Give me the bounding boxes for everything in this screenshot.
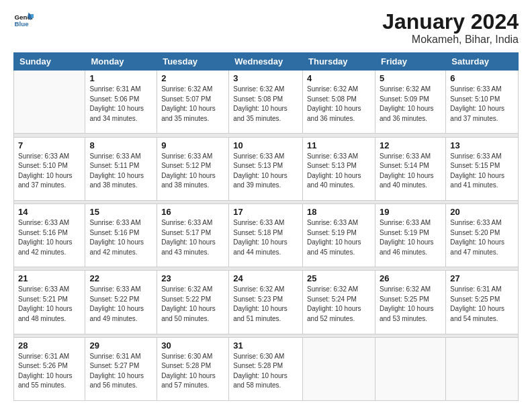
calendar-cell: 3Sunrise: 6:32 AMSunset: 5:08 PMDaylight… [229,71,303,134]
calendar-cell: 10Sunrise: 6:33 AMSunset: 5:13 PMDayligh… [229,137,303,200]
day-info: Sunrise: 6:31 AMSunset: 5:27 PMDaylight:… [89,352,152,391]
calendar-cell: 16Sunrise: 6:33 AMSunset: 5:17 PMDayligh… [157,204,229,267]
calendar-cell: 22Sunrise: 6:33 AMSunset: 5:22 PMDayligh… [85,271,157,334]
week-row: 21Sunrise: 6:33 AMSunset: 5:21 PMDayligh… [14,271,519,334]
day-number: 20 [450,207,514,217]
day-info: Sunrise: 6:33 AMSunset: 5:20 PMDaylight:… [450,218,514,257]
day-info: Sunrise: 6:32 AMSunset: 5:22 PMDaylight:… [161,285,224,324]
day-info: Sunrise: 6:33 AMSunset: 5:22 PMDaylight:… [89,285,152,324]
week-row: 1Sunrise: 6:31 AMSunset: 5:06 PMDaylight… [14,71,519,134]
day-info: Sunrise: 6:33 AMSunset: 5:10 PMDaylight:… [450,85,514,124]
day-number: 7 [18,140,81,150]
day-number: 11 [307,140,371,150]
day-info: Sunrise: 6:33 AMSunset: 5:16 PMDaylight:… [18,218,81,257]
calendar-cell: 18Sunrise: 6:33 AMSunset: 5:19 PMDayligh… [303,204,375,267]
calendar-cell: 26Sunrise: 6:32 AMSunset: 5:25 PMDayligh… [375,271,445,334]
calendar-cell: 27Sunrise: 6:31 AMSunset: 5:25 PMDayligh… [446,271,519,334]
title-area: January 2024 Mokameh, Bihar, India [382,10,519,46]
page: General Blue January 2024 Mokameh, Bihar… [0,0,532,411]
day-number: 9 [161,140,224,150]
calendar-cell: 24Sunrise: 6:32 AMSunset: 5:23 PMDayligh… [229,271,303,334]
day-number: 24 [233,273,298,283]
day-number: 23 [161,273,224,283]
svg-text:Blue: Blue [15,20,30,28]
day-number: 19 [380,207,441,217]
calendar-cell [375,337,445,400]
calendar-cell [303,337,375,400]
calendar-cell: 14Sunrise: 6:33 AMSunset: 5:16 PMDayligh… [14,204,85,267]
calendar-cell: 30Sunrise: 6:30 AMSunset: 5:28 PMDayligh… [157,337,229,400]
calendar-cell: 15Sunrise: 6:33 AMSunset: 5:16 PMDayligh… [85,204,157,267]
day-number: 25 [307,273,371,283]
calendar-cell [14,71,85,134]
day-info: Sunrise: 6:32 AMSunset: 5:07 PMDaylight:… [161,85,224,124]
day-number: 17 [233,207,298,217]
calendar-cell: 20Sunrise: 6:33 AMSunset: 5:20 PMDayligh… [446,204,519,267]
calendar-cell: 9Sunrise: 6:33 AMSunset: 5:12 PMDaylight… [157,137,229,200]
calendar-cell: 7Sunrise: 6:33 AMSunset: 5:10 PMDaylight… [14,137,85,200]
day-number: 29 [89,340,152,351]
calendar-cell: 1Sunrise: 6:31 AMSunset: 5:06 PMDaylight… [85,71,157,134]
day-info: Sunrise: 6:30 AMSunset: 5:28 PMDaylight:… [233,352,298,391]
day-info: Sunrise: 6:33 AMSunset: 5:11 PMDaylight:… [89,152,152,191]
day-number: 26 [380,273,441,283]
weekday-header: Saturday [446,53,519,71]
day-info: Sunrise: 6:32 AMSunset: 5:08 PMDaylight:… [233,85,298,124]
day-info: Sunrise: 6:32 AMSunset: 5:08 PMDaylight:… [307,85,371,124]
day-number: 2 [161,73,224,83]
day-info: Sunrise: 6:31 AMSunset: 5:06 PMDaylight:… [89,85,152,124]
day-number: 28 [18,340,81,351]
day-info: Sunrise: 6:32 AMSunset: 5:09 PMDaylight:… [380,85,441,124]
day-number: 5 [380,73,441,83]
day-info: Sunrise: 6:30 AMSunset: 5:28 PMDaylight:… [161,352,224,391]
week-row: 7Sunrise: 6:33 AMSunset: 5:10 PMDaylight… [14,137,519,200]
calendar-cell [446,337,519,400]
day-number: 6 [450,73,514,83]
weekday-header: Friday [375,53,445,71]
day-number: 18 [307,207,371,217]
day-info: Sunrise: 6:32 AMSunset: 5:24 PMDaylight:… [307,285,371,324]
day-info: Sunrise: 6:33 AMSunset: 5:18 PMDaylight:… [233,218,298,257]
day-number: 15 [89,207,152,217]
logo-icon: General Blue [13,10,34,30]
day-info: Sunrise: 6:33 AMSunset: 5:21 PMDaylight:… [18,285,81,324]
day-info: Sunrise: 6:33 AMSunset: 5:19 PMDaylight:… [307,218,371,257]
weekday-header: Thursday [303,53,375,71]
header: General Blue January 2024 Mokameh, Bihar… [13,10,519,46]
day-number: 27 [450,273,514,283]
weekday-header: Sunday [14,53,85,71]
calendar-cell: 8Sunrise: 6:33 AMSunset: 5:11 PMDaylight… [85,137,157,200]
main-title: January 2024 [382,10,519,34]
day-info: Sunrise: 6:33 AMSunset: 5:17 PMDaylight:… [161,218,224,257]
calendar-cell: 13Sunrise: 6:33 AMSunset: 5:15 PMDayligh… [446,137,519,200]
weekday-header-row: SundayMondayTuesdayWednesdayThursdayFrid… [14,53,519,71]
calendar-cell: 12Sunrise: 6:33 AMSunset: 5:14 PMDayligh… [375,137,445,200]
day-number: 14 [18,207,81,217]
day-number: 3 [233,73,298,83]
day-info: Sunrise: 6:33 AMSunset: 5:14 PMDaylight:… [380,152,441,191]
day-number: 1 [89,73,152,83]
calendar-cell: 28Sunrise: 6:31 AMSunset: 5:26 PMDayligh… [14,337,85,400]
calendar-table: SundayMondayTuesdayWednesdayThursdayFrid… [13,52,519,401]
calendar-cell: 5Sunrise: 6:32 AMSunset: 5:09 PMDaylight… [375,71,445,134]
day-info: Sunrise: 6:31 AMSunset: 5:25 PMDaylight:… [450,285,514,324]
day-number: 8 [89,140,152,150]
day-number: 30 [161,340,224,351]
day-info: Sunrise: 6:33 AMSunset: 5:10 PMDaylight:… [18,152,81,191]
day-number: 16 [161,207,224,217]
day-info: Sunrise: 6:33 AMSunset: 5:13 PMDaylight:… [233,152,298,191]
calendar-cell: 17Sunrise: 6:33 AMSunset: 5:18 PMDayligh… [229,204,303,267]
calendar-cell: 2Sunrise: 6:32 AMSunset: 5:07 PMDaylight… [157,71,229,134]
day-info: Sunrise: 6:33 AMSunset: 5:13 PMDaylight:… [307,152,371,191]
subtitle: Mokameh, Bihar, India [382,34,519,46]
day-info: Sunrise: 6:33 AMSunset: 5:15 PMDaylight:… [450,152,514,191]
day-number: 12 [380,140,441,150]
weekday-header: Monday [85,53,157,71]
week-row: 28Sunrise: 6:31 AMSunset: 5:26 PMDayligh… [14,337,519,400]
day-number: 21 [18,273,81,283]
day-info: Sunrise: 6:33 AMSunset: 5:19 PMDaylight:… [380,218,441,257]
calendar-cell: 11Sunrise: 6:33 AMSunset: 5:13 PMDayligh… [303,137,375,200]
calendar-cell: 6Sunrise: 6:33 AMSunset: 5:10 PMDaylight… [446,71,519,134]
day-info: Sunrise: 6:32 AMSunset: 5:23 PMDaylight:… [233,285,298,324]
calendar-cell: 31Sunrise: 6:30 AMSunset: 5:28 PMDayligh… [229,337,303,400]
